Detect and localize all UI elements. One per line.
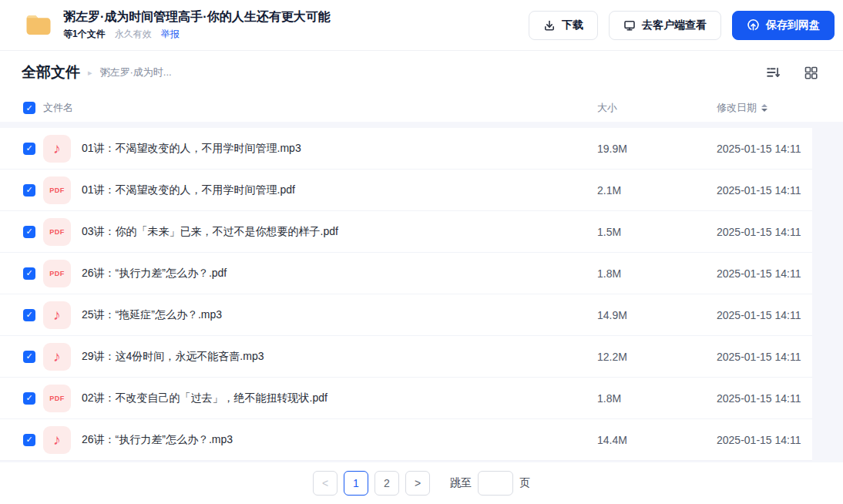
jump-to-label: 跳至 xyxy=(450,476,472,490)
file-size: 14.9M xyxy=(597,309,717,321)
file-row[interactable]: ✓ PDF 01讲：不渴望改变的人，不用学时间管理.pdf 2.1M 2025-… xyxy=(0,170,812,211)
file-modified: 2025-01-15 14:11 xyxy=(717,267,812,280)
file-row[interactable]: ✓ ♪ 25讲：“拖延症”怎么办？.mp3 14.9M 2025-01-15 1… xyxy=(0,294,812,336)
cloud-upload-icon xyxy=(747,18,760,32)
pdf-file-icon: PDF xyxy=(43,176,71,204)
column-size-header: 大小 xyxy=(597,101,717,115)
file-size: 14.4M xyxy=(597,434,717,446)
file-size: 1.8M xyxy=(597,392,717,405)
file-modified: 2025-01-15 14:11 xyxy=(717,184,812,197)
row-checkbox[interactable]: ✓ xyxy=(23,392,35,405)
file-size: 2.1M xyxy=(597,184,717,197)
file-modified: 2025-01-15 14:11 xyxy=(717,434,812,446)
file-name[interactable]: 03讲：你的「未来」已来，不过不是你想要的样子.pdf xyxy=(82,225,597,239)
row-checkbox[interactable]: ✓ xyxy=(23,143,35,155)
file-row[interactable]: ✓ ♪ 01讲：不渴望改变的人，不用学时间管理.mp3 19.9M 2025-0… xyxy=(0,128,812,170)
pagination: < 12> 跳至 页 xyxy=(0,462,843,504)
file-name[interactable]: 26讲：“执行力差”怎么办？.mp3 xyxy=(82,433,597,447)
file-size: 12.2M xyxy=(597,351,717,363)
file-modified: 2025-01-15 14:11 xyxy=(717,351,812,363)
file-modified: 2025-01-15 14:11 xyxy=(717,226,812,238)
file-modified: 2025-01-15 14:11 xyxy=(717,143,812,155)
file-size: 19.9M xyxy=(597,143,717,155)
next-page-button[interactable]: > xyxy=(405,471,430,496)
share-text-block: 粥左罗·成为时间管理高手·你的人生还有更大可能 等1个文件 永久有效 举报 xyxy=(63,9,331,41)
file-row[interactable]: ✓ ♪ 29讲：这4份时间，永远不能吝啬.mp3 12.2M 2025-01-1… xyxy=(0,336,812,378)
validity-label: 永久有效 xyxy=(115,28,152,41)
mp3-file-icon: ♪ xyxy=(43,301,71,329)
mp3-file-icon: ♪ xyxy=(43,343,71,371)
monitor-icon xyxy=(623,19,636,32)
open-in-client-label: 去客户端查看 xyxy=(642,18,707,32)
page-jump-input[interactable] xyxy=(478,471,513,496)
download-button-label: 下载 xyxy=(562,18,583,32)
row-checkbox[interactable]: ✓ xyxy=(23,267,35,280)
mp3-file-icon: ♪ xyxy=(43,135,71,163)
page-number-button[interactable]: 1 xyxy=(344,471,368,496)
file-size: 1.8M xyxy=(597,267,717,280)
breadcrumb-separator-icon: ▸ xyxy=(88,68,92,78)
report-link[interactable]: 举报 xyxy=(161,28,180,41)
file-row[interactable]: ✓ PDF 02讲：不改变自己的「过去」，绝不能扭转现状.pdf 1.8M 20… xyxy=(0,378,812,419)
file-row[interactable]: ✓ ♪ 26讲：“执行力差”怎么办？.mp3 14.4M 2025-01-15 … xyxy=(0,419,812,461)
list-toolbar: 全部文件 ▸ 粥左罗·成为时... xyxy=(0,51,843,94)
share-meta: 等1个文件 永久有效 举报 xyxy=(63,28,331,41)
row-checkbox[interactable]: ✓ xyxy=(23,184,35,197)
breadcrumb: 全部文件 ▸ 粥左罗·成为时... xyxy=(22,62,172,82)
open-in-client-button[interactable]: 去客户端查看 xyxy=(609,11,721,40)
file-count-label: 等1个文件 xyxy=(63,28,106,41)
grid-view-icon[interactable] xyxy=(804,66,818,80)
download-icon xyxy=(543,19,556,32)
file-name[interactable]: 02讲：不改变自己的「过去」，绝不能扭转现状.pdf xyxy=(82,391,597,405)
file-name[interactable]: 01讲：不渴望改变的人，不用学时间管理.pdf xyxy=(82,183,597,197)
pdf-file-icon: PDF xyxy=(43,260,71,287)
share-header: 粥左罗·成为时间管理高手·你的人生还有更大可能 等1个文件 永久有效 举报 下载 xyxy=(0,0,843,51)
file-row[interactable]: ✓ PDF 03讲：你的「未来」已来，不过不是你想要的样子.pdf 1.5M 2… xyxy=(0,211,812,253)
share-page: 粥左罗·成为时间管理高手·你的人生还有更大可能 等1个文件 永久有效 举报 下载 xyxy=(0,0,843,504)
file-name[interactable]: 26讲：“执行力差”怎么办？.pdf xyxy=(82,267,597,281)
file-size: 1.5M xyxy=(597,226,717,238)
table-header: ✓ 文件名 大小 修改日期 xyxy=(0,94,843,122)
pdf-file-icon: PDF xyxy=(43,218,71,246)
page-number-button[interactable]: 2 xyxy=(374,471,399,496)
file-list: ✓ ♪ 01讲：不渴望改变的人，不用学时间管理.mp3 19.9M 2025-0… xyxy=(0,122,843,462)
save-to-disk-button[interactable]: 保存到网盘 xyxy=(732,11,835,40)
column-name-header: ✓ 文件名 xyxy=(23,101,597,115)
sort-list-icon[interactable] xyxy=(765,65,781,80)
file-name[interactable]: 29讲：这4份时间，永远不能吝啬.mp3 xyxy=(82,350,597,364)
row-checkbox[interactable]: ✓ xyxy=(23,226,35,238)
file-modified: 2025-01-15 14:11 xyxy=(717,392,812,405)
sort-arrows-icon[interactable] xyxy=(761,104,767,112)
file-modified: 2025-01-15 14:11 xyxy=(717,309,812,321)
row-checkbox[interactable]: ✓ xyxy=(23,351,35,363)
mp3-file-icon: ♪ xyxy=(43,426,71,454)
file-row[interactable]: ✓ PDF 26讲：“执行力差”怎么办？.pdf 1.8M 2025-01-15… xyxy=(0,253,812,294)
column-name-label: 文件名 xyxy=(43,101,73,115)
share-info: 粥左罗·成为时间管理高手·你的人生还有更大可能 等1个文件 永久有效 举报 xyxy=(23,9,331,41)
row-checkbox[interactable]: ✓ xyxy=(23,309,35,321)
column-modified-label: 修改日期 xyxy=(717,101,757,115)
pdf-file-icon: PDF xyxy=(43,385,71,412)
breadcrumb-all-files[interactable]: 全部文件 xyxy=(22,62,80,82)
page-unit-label: 页 xyxy=(519,476,530,490)
share-title: 粥左罗·成为时间管理高手·你的人生还有更大可能 xyxy=(63,9,331,25)
download-button[interactable]: 下载 xyxy=(529,11,598,40)
select-all-checkbox[interactable]: ✓ xyxy=(23,102,35,114)
save-to-disk-label: 保存到网盘 xyxy=(766,18,820,32)
prev-page-button[interactable]: < xyxy=(313,471,338,496)
header-actions: 下载 去客户端查看 保存到网盘 xyxy=(529,11,835,40)
breadcrumb-current: 粥左罗·成为时... xyxy=(100,66,172,79)
view-toggle-group xyxy=(765,65,818,80)
file-name[interactable]: 25讲：“拖延症”怎么办？.mp3 xyxy=(82,308,597,322)
folder-icon xyxy=(23,9,54,40)
column-modified-header: 修改日期 xyxy=(717,101,812,115)
file-name[interactable]: 01讲：不渴望改变的人，不用学时间管理.mp3 xyxy=(82,142,597,156)
row-checkbox[interactable]: ✓ xyxy=(23,434,35,446)
